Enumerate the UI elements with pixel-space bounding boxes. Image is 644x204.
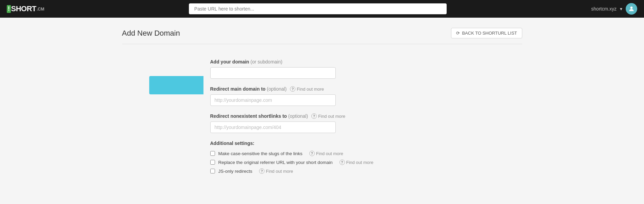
brand-short-text: SHORT [11, 4, 37, 13]
brand-bracket-icon: ! [7, 5, 11, 13]
form-fields: Add your domain (or subdomain) 日本語.org R… [210, 59, 522, 181]
dropdown-icon: ▾ [620, 6, 622, 12]
avatar[interactable] [626, 3, 637, 15]
arrow-area [122, 59, 210, 181]
redirect-nonexistent-label-text: Redirect nonexistent shortlinks to [210, 113, 287, 119]
domain-label-text: Add your domain [210, 59, 249, 64]
domain-subdomain-text: (or subdomain) [251, 59, 282, 64]
redirect-main-optional-text: (optional) [267, 86, 287, 92]
arrow-body [149, 76, 203, 94]
redirect-nonexistent-findmore[interactable]: ? Find out more [311, 113, 345, 119]
js-only-findmore-text: Find out more [266, 169, 293, 174]
checkbox-replace-referrer[interactable] [210, 160, 215, 165]
help-icon-replace-referrer: ? [339, 160, 345, 165]
redirect-main-input[interactable] [210, 94, 336, 106]
checkbox-replace-referrer-group: Replace the original referrer URL with y… [210, 160, 522, 165]
case-sensitive-findmore-text: Find out more [316, 151, 343, 156]
help-icon-js-only: ? [259, 168, 265, 174]
replace-referrer-findmore-text: Find out more [346, 160, 373, 165]
checkbox-case-sensitive-row: Make case-sensitive the slugs of the lin… [210, 151, 344, 156]
redirect-nonexistent-label-row: Redirect nonexistent shortlinks to (opti… [210, 113, 522, 119]
user-menu[interactable]: shortcm.xyz ▾ [591, 3, 637, 15]
checkbox-js-only[interactable] [210, 169, 215, 173]
domain-input[interactable]: 日本語.org [210, 67, 336, 79]
additional-settings-title: Additional settings: [210, 141, 522, 146]
help-icon-redirect-nonexistent: ? [311, 113, 317, 119]
checkbox-case-sensitive[interactable] [210, 151, 215, 156]
redirect-nonexistent-findmore-text: Find out more [318, 114, 345, 119]
domain-field-group: Add your domain (or subdomain) 日本語.org [210, 59, 522, 79]
brand-cm-text: .CM [37, 6, 44, 12]
checkbox-replace-referrer-label: Replace the original referrer URL with y… [218, 160, 333, 165]
brand-logo[interactable]: !SHORT.CM [7, 4, 44, 13]
refresh-icon: ⟳ [456, 31, 460, 36]
username-label: shortcm.xyz [591, 6, 617, 12]
svg-point-0 [630, 6, 633, 9]
arrow-indicator [149, 76, 203, 94]
checkbox-replace-referrer-row: Replace the original referrer URL with y… [210, 160, 373, 165]
redirect-main-findmore[interactable]: ? Find out more [290, 86, 324, 92]
page-header: Add New Domain ⟳ BACK TO SHORTURL LIST [122, 28, 522, 44]
url-shortener-search[interactable] [189, 3, 447, 14]
redirect-main-label-row: Redirect main domain to (optional) ? Fin… [210, 86, 522, 92]
redirect-main-label: Redirect main domain to (optional) [210, 86, 287, 92]
checkbox-case-sensitive-label: Make case-sensitive the slugs of the lin… [218, 151, 303, 156]
navbar: !SHORT.CM shortcm.xyz ▾ [0, 0, 644, 18]
checkbox-js-only-label: JS-only redirects [218, 169, 253, 174]
redirect-nonexistent-input[interactable] [210, 122, 336, 133]
case-sensitive-findmore[interactable]: ? Find out more [309, 151, 343, 156]
redirect-main-findmore-text: Find out more [297, 87, 324, 92]
redirect-main-label-text: Redirect main domain to [210, 86, 266, 92]
checkbox-js-only-group: JS-only redirects ? Find out more [210, 168, 522, 174]
replace-referrer-findmore[interactable]: ? Find out more [339, 160, 373, 165]
main-content: Add New Domain ⟳ BACK TO SHORTURL LIST A… [109, 18, 536, 198]
help-icon-case-sensitive: ? [309, 151, 315, 156]
back-button-label: BACK TO SHORTURL LIST [462, 31, 517, 36]
back-to-shorturl-button[interactable]: ⟳ BACK TO SHORTURL LIST [451, 28, 522, 38]
checkbox-case-sensitive-group: Make case-sensitive the slugs of the lin… [210, 151, 522, 156]
js-only-findmore[interactable]: ? Find out more [259, 168, 293, 174]
help-icon-redirect-main: ? [290, 86, 295, 92]
domain-label: Add your domain (or subdomain) [210, 59, 522, 64]
redirect-main-field-group: Redirect main domain to (optional) ? Fin… [210, 86, 522, 106]
url-input[interactable] [189, 3, 447, 14]
redirect-nonexistent-optional-text: (optional) [288, 113, 308, 119]
form-area: Add your domain (or subdomain) 日本語.org R… [122, 52, 522, 188]
additional-settings-group: Additional settings: Make case-sensitive… [210, 141, 522, 174]
checkbox-js-only-row: JS-only redirects ? Find out more [210, 168, 293, 174]
redirect-nonexistent-label: Redirect nonexistent shortlinks to (opti… [210, 113, 308, 119]
page-title: Add New Domain [122, 29, 180, 38]
redirect-nonexistent-field-group: Redirect nonexistent shortlinks to (opti… [210, 113, 522, 133]
